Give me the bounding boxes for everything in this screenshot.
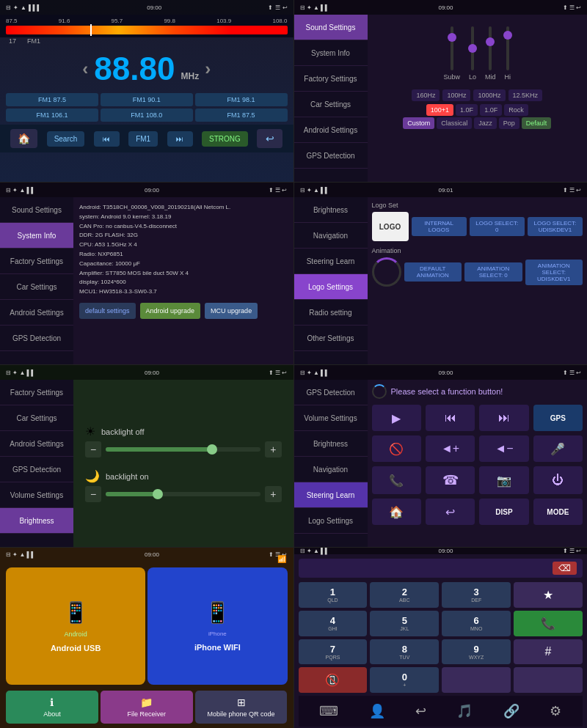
sidebar-gps-detection[interactable]: GPS Detection: [294, 143, 368, 169]
sidebar-factory[interactable]: Factory Settings: [0, 249, 73, 274]
back-ctrl-button[interactable]: ↩: [426, 499, 475, 525]
sidebar-android-settings[interactable]: Android Settings: [294, 117, 368, 143]
sidebar-gps2[interactable]: GPS Detection: [0, 457, 73, 482]
hangup-button[interactable]: ☎: [426, 466, 475, 494]
sidebar-gps3[interactable]: GPS Detection: [294, 380, 368, 405]
sidebar-logo3[interactable]: Logo Settings: [294, 508, 368, 534]
sidebar-other[interactable]: Other Settings: [294, 326, 368, 351]
sidebar-sound-settings[interactable]: Sound Settings: [294, 15, 368, 40]
preset-1f-2[interactable]: 1.0F: [480, 104, 502, 116]
sidebar-car2[interactable]: Car Settings: [0, 405, 73, 431]
default-button[interactable]: Default: [522, 117, 552, 129]
gps-button[interactable]: GPS: [533, 405, 583, 431]
mode-classical[interactable]: Classical: [437, 117, 472, 129]
strong-button[interactable]: STRONG: [202, 131, 248, 147]
about-button[interactable]: ℹ About: [6, 691, 98, 724]
rewind-button[interactable]: ⏮: [426, 405, 475, 431]
mode-button[interactable]: MODE: [533, 499, 583, 525]
preset-1f-1[interactable]: 1.0F: [456, 104, 478, 116]
preset-6[interactable]: FM1 87.5: [195, 109, 288, 122]
anim-select-udisk[interactable]: ANIMATION SELECT: UDISKDEV1: [525, 260, 583, 285]
next-button[interactable]: ⏭: [167, 131, 193, 147]
key-5[interactable]: 5JKL: [370, 611, 439, 636]
key-7[interactable]: 7PQRS: [299, 639, 368, 664]
freq-down-arrow[interactable]: ‹: [82, 59, 88, 79]
key-3[interactable]: 3DEF: [442, 582, 511, 608]
contacts-icon[interactable]: 👤: [363, 700, 391, 722]
mode-pop[interactable]: Pop: [499, 117, 519, 129]
prev-button[interactable]: ⏮: [94, 131, 120, 147]
vol-up-button[interactable]: ◄+: [426, 435, 475, 462]
preset-5[interactable]: FM1 108.0: [101, 109, 193, 122]
key-4[interactable]: 4GHI: [299, 611, 368, 636]
logo-select-udisk[interactable]: LOGO SELECT: UDISKDEV1: [528, 217, 583, 236]
search-button[interactable]: Search: [47, 131, 85, 147]
default-animation-button[interactable]: DEFAULT ANIMATION: [404, 262, 462, 282]
internal-logos-button[interactable]: INTERNAL LOGOS: [412, 217, 467, 236]
freq-up-arrow[interactable]: ›: [205, 59, 211, 79]
android-usb-button[interactable]: 📱 Android Android USB: [6, 567, 145, 685]
brightness-on-plus[interactable]: +: [265, 486, 281, 502]
freq-1000hz[interactable]: 1000Hz: [473, 89, 505, 101]
key-8[interactable]: 8TUV: [370, 639, 439, 664]
sidebar-brightness[interactable]: Brightness: [294, 197, 368, 223]
play-button[interactable]: ▶: [372, 405, 421, 431]
key-star[interactable]: ★: [514, 582, 583, 608]
sidebar-gps[interactable]: GPS Detection: [0, 326, 73, 351]
settings-icon[interactable]: ⚙: [544, 700, 567, 722]
iphone-wifi-button[interactable]: 📶 📱 iPhone iPhone WIFI: [147, 567, 287, 685]
delete-button[interactable]: ⌫: [553, 562, 577, 575]
sidebar-steering3[interactable]: Steering Learn: [294, 482, 368, 508]
sidebar-car[interactable]: Car Settings: [0, 274, 73, 300]
power-button[interactable]: ⏻: [533, 466, 583, 494]
sidebar-brightness-active[interactable]: Brightness: [0, 508, 73, 534]
preset-100[interactable]: 100+1: [426, 104, 453, 116]
freq-100hz[interactable]: 100Hz: [442, 89, 470, 101]
preset-rock[interactable]: Rock: [504, 104, 528, 116]
key-6[interactable]: 6MNO: [442, 611, 511, 636]
preset-2[interactable]: FM1 90.1: [101, 93, 193, 106]
preset-4[interactable]: FM1 106.1: [6, 109, 98, 122]
mode-custom[interactable]: Custom: [403, 117, 434, 129]
vol-down-button[interactable]: ◄−: [479, 435, 528, 462]
key-9[interactable]: 9WXYZ: [442, 639, 511, 664]
logo-select-0[interactable]: LOGO SELECT: 0: [470, 217, 525, 236]
sidebar-navigation[interactable]: Navigation: [294, 223, 368, 249]
sidebar-volume[interactable]: Volume Settings: [0, 482, 73, 508]
brightness-on-minus[interactable]: −: [85, 486, 101, 502]
sidebar-factory-settings[interactable]: Factory Settings: [294, 66, 368, 92]
keyboard-icon[interactable]: ⌨: [313, 700, 344, 722]
preset-1[interactable]: FM1 87.5: [6, 93, 98, 106]
freq-160hz[interactable]: 160Hz: [412, 89, 440, 101]
phone-button[interactable]: 📞: [372, 466, 421, 494]
back-button[interactable]: ↩: [257, 129, 282, 148]
camera-button[interactable]: 📷: [479, 466, 528, 494]
sidebar-factory2[interactable]: Factory Settings: [0, 380, 73, 405]
endcall-button[interactable]: 📵: [299, 667, 368, 693]
sidebar-sound[interactable]: Sound Settings: [0, 197, 73, 223]
sidebar-android[interactable]: Android Settings: [0, 300, 73, 326]
mic-button[interactable]: 🎤: [533, 435, 583, 462]
link-icon[interactable]: 🔗: [497, 700, 525, 722]
sidebar-bright3[interactable]: Brightness: [294, 431, 368, 457]
call-button[interactable]: 📞: [514, 611, 583, 636]
sidebar-android2[interactable]: Android Settings: [0, 431, 73, 457]
android-upgrade-button[interactable]: Android upgrade: [140, 303, 201, 319]
key-2[interactable]: 2ABC: [370, 582, 439, 608]
home-button[interactable]: 🏠: [10, 129, 37, 148]
mcu-upgrade-button[interactable]: MCU upgrade: [205, 303, 258, 319]
sidebar-radio[interactable]: Radio setting: [294, 300, 368, 326]
qr-code-button[interactable]: ⊞ Mobile phone QR code: [195, 691, 288, 724]
forward-button[interactable]: ⏭: [479, 405, 528, 431]
freq-125khz[interactable]: 12.5KHz: [508, 89, 543, 101]
brightness-off-minus[interactable]: −: [85, 441, 101, 457]
sidebar-sysinfo[interactable]: System Info: [0, 223, 73, 249]
mute-button[interactable]: 🚫: [372, 435, 421, 462]
sidebar-car-settings[interactable]: Car Settings: [294, 92, 368, 117]
sidebar-steering[interactable]: Steering Learn: [294, 249, 368, 274]
mode-jazz[interactable]: Jazz: [474, 117, 497, 129]
home-ctrl-button[interactable]: 🏠: [372, 499, 421, 525]
sidebar-logo[interactable]: Logo Settings: [294, 274, 368, 300]
key-hash[interactable]: #: [514, 639, 583, 664]
default-settings-button[interactable]: default settings: [79, 303, 136, 319]
